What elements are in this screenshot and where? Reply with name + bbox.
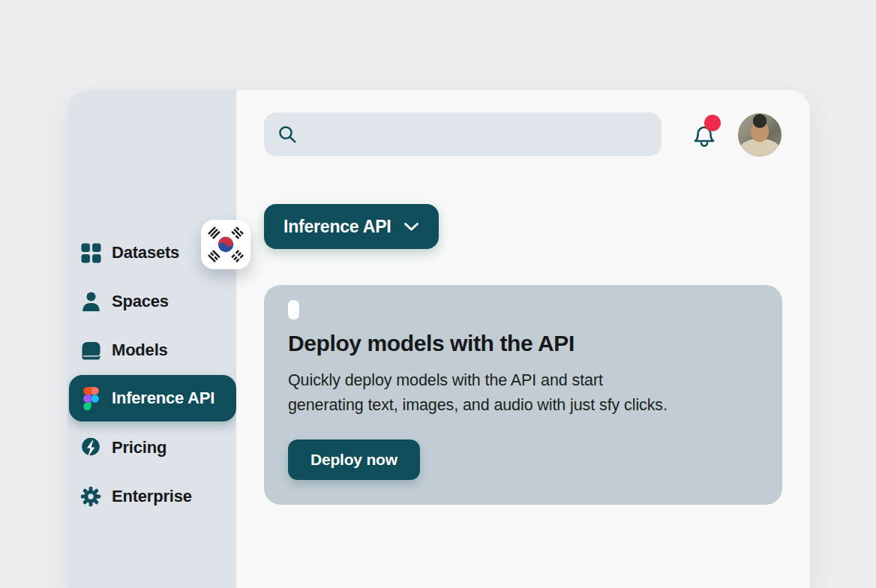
deploy-card: Deploy models with the API Quickly deplo… — [264, 285, 782, 505]
sidebar-item-pricing[interactable]: Pricing — [69, 424, 236, 471]
card-cursor-pill — [288, 300, 299, 320]
card-description: Quickly deploy models with the API and s… — [288, 368, 758, 418]
notifications-button[interactable] — [691, 117, 725, 152]
sidebar-item-label: Datasets — [112, 243, 179, 262]
korean-flag-badge — [201, 220, 250, 269]
grid-icon — [80, 242, 101, 264]
dropdown-label: Inference API — [284, 217, 392, 237]
notification-unread-dot — [704, 115, 721, 131]
deploy-now-button[interactable]: Deploy now — [288, 440, 420, 480]
sidebar-item-label: Pricing — [112, 438, 166, 458]
book-icon — [80, 339, 101, 362]
bolt-icon — [80, 436, 101, 459]
chevron-down-icon — [404, 222, 419, 232]
sidebar-item-spaces[interactable]: Spaces — [69, 278, 236, 325]
sidebar-item-label: Enterprise — [112, 487, 192, 506]
sidebar-item-label: Inference API — [112, 388, 214, 408]
user-avatar[interactable] — [738, 113, 782, 157]
figma-logo-icon — [80, 387, 101, 410]
korean-flag-icon — [206, 225, 245, 264]
app-window: Datasets Spaces Models — [68, 90, 810, 588]
inference-api-dropdown[interactable]: Inference API — [264, 204, 439, 249]
sidebar-item-label: Models — [112, 340, 168, 360]
card-title: Deploy models with the API — [288, 330, 758, 357]
gear-icon — [80, 485, 101, 508]
sidebar-item-enterprise[interactable]: Enterprise — [69, 473, 236, 520]
search-bar[interactable] — [264, 112, 662, 156]
sidebar: Datasets Spaces Models — [68, 90, 236, 588]
search-icon — [278, 124, 298, 145]
desktop-background: Datasets Spaces Models — [0, 0, 876, 588]
main-content: Inference API Deploy models with the API… — [236, 90, 810, 588]
sidebar-item-label: Spaces — [112, 292, 169, 311]
person-icon — [80, 290, 101, 313]
sidebar-item-inference-api[interactable]: Inference API — [69, 375, 236, 422]
search-input[interactable] — [307, 126, 648, 143]
sidebar-item-models[interactable]: Models — [69, 327, 236, 374]
